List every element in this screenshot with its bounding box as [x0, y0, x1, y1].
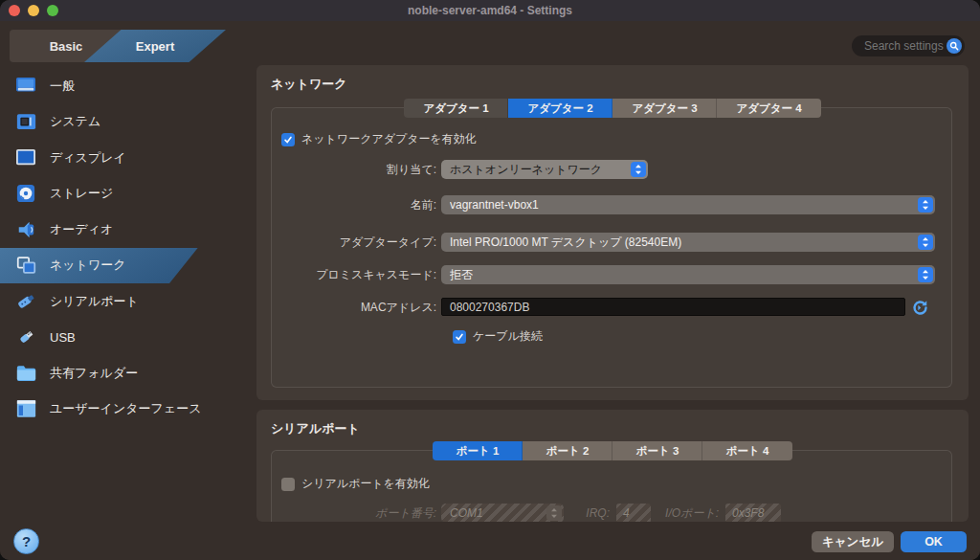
- help-icon[interactable]: ?: [13, 528, 39, 554]
- irq-value: 4: [623, 506, 630, 520]
- enable-network-adapter-label: ネットワークアダプターを有効化: [301, 131, 477, 147]
- sidebar-item-label: システム: [50, 113, 100, 130]
- dropdown-stepper-icon: [918, 235, 933, 250]
- sidebar-item-label: 一般: [50, 78, 75, 95]
- dropdown-stepper-icon: [546, 505, 562, 521]
- tab-port-1[interactable]: ポート 1: [433, 441, 523, 460]
- dropdown-stepper-icon: [631, 162, 646, 177]
- io-port-value-field: 0x3F8: [725, 504, 781, 522]
- sidebar-item-label: ストレージ: [50, 185, 113, 202]
- attached-to-value: ホストオンリーネットワーク: [450, 162, 631, 178]
- port-number-value: COM1: [450, 506, 546, 520]
- search-icon[interactable]: [947, 38, 962, 54]
- name-label: 名前:: [272, 195, 436, 214]
- mac-address-label: MACアドレス:: [272, 298, 436, 317]
- enable-serial-port-checkbox-row: シリアルポートを有効化: [281, 476, 430, 492]
- sidebar-item-serial-ports[interactable]: シリアルポート: [0, 283, 256, 320]
- adapter-type-value: Intel PRO/1000 MT デスクトップ (82540EM): [450, 235, 918, 251]
- tab-port-3[interactable]: ポート 3: [612, 441, 702, 460]
- sidebar-item-label: オーディオ: [50, 221, 113, 238]
- usb-icon: [14, 326, 37, 347]
- cancel-button[interactable]: キャンセル: [812, 531, 894, 552]
- display-icon: [14, 147, 37, 168]
- tab-port-4[interactable]: ポート 4: [702, 441, 792, 460]
- general-icon: [14, 76, 37, 97]
- sidebar-item-display[interactable]: ディスプレイ: [0, 140, 256, 176]
- sidebar-item-general[interactable]: 一般: [0, 68, 256, 104]
- audio-icon: [14, 219, 37, 240]
- sidebar-item-network[interactable]: ネットワーク: [0, 248, 198, 284]
- sidebar-item-label: USB: [50, 330, 76, 345]
- port-number-dropdown: COM1: [441, 504, 564, 522]
- titlebar: noble-server-amd64 - Settings: [0, 0, 980, 21]
- sidebar-item-label: ネットワーク: [50, 257, 126, 274]
- search-settings-field[interactable]: [852, 35, 965, 56]
- zoom-window-button[interactable]: [47, 5, 58, 16]
- tab-adapter-2[interactable]: アダプター 2: [508, 99, 612, 118]
- cable-connected-checkbox-row: ケーブル接続: [453, 328, 543, 345]
- minimize-window-button[interactable]: [28, 5, 39, 16]
- network-icon: [14, 255, 37, 276]
- sidebar-item-shared-folders[interactable]: 共有フォルダー: [0, 355, 256, 392]
- port-tabs: ポート 1 ポート 2 ポート 3 ポート 4: [433, 441, 792, 460]
- footer: ? キャンセル OK: [0, 522, 980, 560]
- storage-icon: [14, 183, 37, 204]
- tab-adapter-3[interactable]: アダプター 3: [612, 99, 717, 118]
- sidebar-item-storage[interactable]: ストレージ: [0, 176, 256, 213]
- enable-network-adapter-checkbox-row: ネットワークアダプターを有効化: [281, 131, 477, 147]
- sidebar: 一般 システム ディスプレイ ストレージ オーディオ ネットワーク シリアルポー…: [0, 68, 256, 427]
- enable-serial-port-label: シリアルポートを有効化: [301, 476, 430, 492]
- name-dropdown[interactable]: vagrantnet-vbox1: [441, 195, 935, 214]
- sidebar-item-system[interactable]: システム: [0, 104, 256, 141]
- dropdown-stepper-icon: [918, 267, 933, 282]
- network-groupbox: ネットワークアダプターを有効化 割り当て: ホストオンリーネットワーク 名前: …: [271, 107, 952, 388]
- cable-connected-checkbox[interactable]: [453, 330, 466, 344]
- adapter-tabs: アダプター 1 アダプター 2 アダプター 3 アダプター 4: [404, 99, 821, 118]
- port-number-label: ポート番号:: [329, 504, 436, 522]
- close-window-button[interactable]: [9, 5, 20, 16]
- sidebar-item-label: ディスプレイ: [50, 149, 126, 167]
- traffic-lights: [9, 5, 58, 16]
- serial-section-title: シリアルポート: [271, 420, 360, 437]
- adapter-type-label: アダプタータイプ:: [272, 233, 436, 252]
- network-section-title: ネットワーク: [271, 76, 347, 93]
- adapter-type-dropdown[interactable]: Intel PRO/1000 MT デスクトップ (82540EM): [441, 233, 935, 252]
- cable-connected-label: ケーブル接続: [473, 328, 543, 345]
- io-port-label: I/Oポート:: [659, 504, 719, 522]
- dropdown-stepper-icon: [918, 197, 933, 213]
- enable-serial-port-checkbox[interactable]: [281, 478, 295, 491]
- mac-address-input[interactable]: [441, 298, 905, 316]
- promiscuous-mode-value: 拒否: [450, 267, 918, 283]
- sidebar-item-user-interface[interactable]: ユーザーインターフェース: [0, 392, 256, 428]
- attached-to-dropdown[interactable]: ホストオンリーネットワーク: [441, 160, 648, 179]
- network-panel: ネットワーク アダプター 1 アダプター 2 アダプター 3 アダプター 4 ネ…: [256, 65, 969, 400]
- tab-port-2[interactable]: ポート 2: [523, 441, 612, 460]
- settings-window: noble-server-amd64 - Settings Basic Expe…: [0, 0, 980, 560]
- serial-groupbox: シリアルポートを有効化 ポート番号: COM1 IRQ: 4 I/Oポート: 0…: [271, 450, 952, 522]
- sidebar-item-label: 共有フォルダー: [50, 365, 138, 382]
- sidebar-item-label: シリアルポート: [50, 293, 139, 310]
- io-port-value: 0x3F8: [732, 506, 764, 520]
- irq-value-field: 4: [616, 504, 651, 522]
- irq-label: IRQ:: [573, 504, 610, 522]
- name-value: vagrantnet-vbox1: [450, 198, 918, 212]
- search-input[interactable]: [862, 38, 947, 54]
- ok-button[interactable]: OK: [901, 531, 967, 552]
- sidebar-item-audio[interactable]: オーディオ: [0, 212, 256, 248]
- promiscuous-mode-dropdown[interactable]: 拒否: [441, 265, 935, 284]
- shared-folders-icon: [14, 363, 37, 384]
- promiscuous-mode-label: プロミスキャスモード:: [272, 265, 436, 284]
- serial-port-icon: [14, 291, 37, 312]
- sidebar-item-usb[interactable]: USB: [0, 320, 256, 356]
- window-title: noble-server-amd64 - Settings: [408, 4, 572, 17]
- system-icon: [14, 111, 37, 132]
- tab-adapter-4[interactable]: アダプター 4: [717, 99, 821, 118]
- sidebar-item-label: ユーザーインターフェース: [50, 400, 201, 417]
- serial-ports-panel: シリアルポート ポート 1 ポート 2 ポート 3 ポート 4 シリアルポートを…: [256, 410, 969, 522]
- tab-adapter-1[interactable]: アダプター 1: [404, 99, 508, 118]
- refresh-mac-icon[interactable]: [911, 299, 928, 316]
- attached-to-label: 割り当て:: [272, 160, 436, 179]
- user-interface-icon: [14, 398, 37, 419]
- enable-network-adapter-checkbox[interactable]: [281, 133, 295, 146]
